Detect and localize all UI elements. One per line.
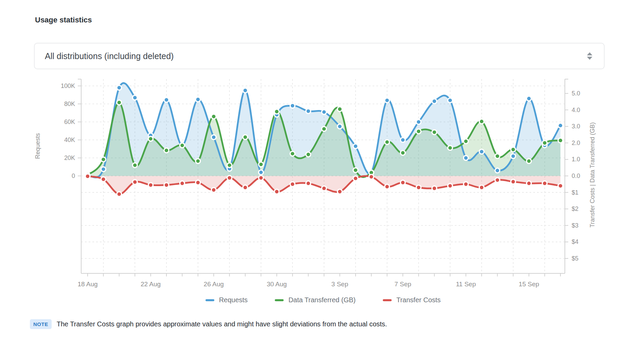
chart-legend: Requests Data Transferred (GB) Transfer …	[81, 296, 565, 304]
arrow-down-icon	[587, 57, 592, 60]
legend-label: Transfer Costs	[396, 296, 441, 304]
svg-text:2.0: 2.0	[572, 140, 580, 146]
data-transferred-legend-dash-icon	[275, 299, 284, 301]
svg-text:0.0: 0.0	[572, 173, 580, 179]
svg-text:4.0: 4.0	[572, 107, 580, 113]
page-title: Usage statistics	[35, 16, 92, 24]
svg-text:26 Aug: 26 Aug	[204, 281, 224, 288]
svg-text:100K: 100K	[61, 83, 75, 89]
svg-text:18 Aug: 18 Aug	[77, 281, 97, 288]
legend-label: Data Transferred (GB)	[288, 296, 356, 304]
svg-text:15 Sep: 15 Sep	[519, 281, 539, 288]
svg-text:5.0: 5.0	[572, 90, 580, 97]
svg-text:Transfer Costs | Data Transfer: Transfer Costs | Data Transferred (GB)	[589, 122, 596, 228]
transfer-costs-legend-dash-icon	[383, 299, 392, 301]
svg-text:3 Sep: 3 Sep	[332, 281, 348, 288]
legend-label: Requests	[219, 296, 248, 304]
distribution-filter-dropdown[interactable]: All distributions (including deleted)	[34, 43, 605, 69]
note-row: NOTE The Transfer Costs graph provides a…	[30, 319, 387, 329]
svg-text:40K: 40K	[64, 137, 75, 143]
legend-item-transfer-costs[interactable]: Transfer Costs	[383, 296, 441, 304]
select-arrows-icon	[587, 52, 592, 60]
requests-legend-dash-icon	[205, 299, 214, 301]
svg-text:30 Aug: 30 Aug	[267, 281, 287, 288]
svg-text:$2: $2	[572, 205, 578, 212]
svg-text:$5: $5	[572, 255, 578, 262]
arrow-up-icon	[587, 52, 592, 55]
legend-item-data-transferred[interactable]: Data Transferred (GB)	[275, 296, 356, 304]
svg-text:80K: 80K	[64, 101, 75, 107]
svg-text:60K: 60K	[64, 119, 75, 125]
svg-text:1.0: 1.0	[572, 156, 580, 163]
note-badge: NOTE	[30, 319, 52, 329]
svg-text:Requests: Requests	[34, 133, 41, 159]
legend-item-requests[interactable]: Requests	[205, 296, 248, 304]
svg-text:$1: $1	[572, 189, 578, 196]
usage-statistics-panel: 100K80K60K40K20K05.04.03.02.01.00.0$1$2$…	[0, 0, 644, 343]
svg-text:7 Sep: 7 Sep	[394, 281, 411, 288]
svg-text:$4: $4	[572, 238, 578, 245]
svg-text:3.0: 3.0	[572, 123, 580, 130]
svg-text:$3: $3	[572, 222, 578, 229]
distribution-filter-value: All distributions (including deleted)	[45, 51, 174, 61]
svg-text:0: 0	[72, 173, 75, 179]
svg-text:22 Aug: 22 Aug	[141, 281, 161, 288]
svg-text:20K: 20K	[64, 155, 75, 161]
svg-text:11 Sep: 11 Sep	[456, 281, 476, 288]
note-text: The Transfer Costs graph provides approx…	[57, 320, 387, 328]
